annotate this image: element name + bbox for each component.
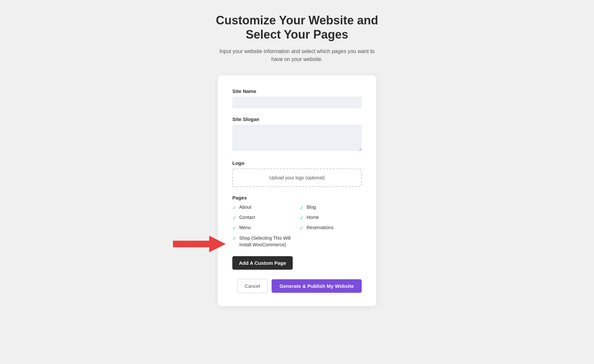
site-slogan-group: Site Slogan — [232, 116, 362, 152]
page-item-shop[interactable]: ✓ Shop (Selecting This Will Install WooC… — [232, 235, 294, 248]
cancel-button[interactable]: Cancel — [237, 279, 268, 293]
check-icon-about: ✓ — [232, 205, 237, 211]
check-icon-contact: ✓ — [232, 215, 237, 221]
page-title: Customize Your Website and Select Your P… — [216, 13, 378, 42]
site-slogan-input[interactable] — [232, 125, 362, 151]
page-item-reservations[interactable]: ✓ Reservations — [300, 225, 362, 231]
footer-actions: Cancel Generate & Publish My Website — [232, 279, 362, 293]
pages-section: Pages ✓ About ✓ Blog ✓ Contact — [232, 195, 362, 248]
page-label-reservations: Reservations — [307, 225, 334, 230]
site-name-label: Site Name — [232, 88, 362, 94]
form-card: Site Name Site Slogan Logo Upload your l… — [218, 75, 376, 306]
page-label-blog: Blog — [307, 204, 316, 210]
page-label-shop: Shop (Selecting This Will Install WooCom… — [239, 235, 294, 248]
page-item-home[interactable]: ✓ Home — [300, 215, 362, 221]
site-name-group: Site Name — [232, 88, 362, 108]
pages-label: Pages — [232, 195, 362, 200]
page-label-about: About — [239, 204, 251, 210]
publish-button[interactable]: Generate & Publish My Website — [272, 279, 362, 293]
check-icon-menu: ✓ — [232, 225, 237, 231]
page-label-contact: Contact — [239, 215, 255, 220]
logo-label: Logo — [232, 160, 362, 166]
check-icon-home: ✓ — [300, 215, 304, 221]
page-item-about[interactable]: ✓ About — [232, 204, 294, 211]
logo-group: Logo Upload your logo (optional) — [232, 160, 362, 187]
page-label-menu: Menu — [239, 225, 251, 230]
site-slogan-label: Site Slogan — [232, 116, 362, 122]
page-subtitle: Input your website information and selec… — [218, 47, 376, 63]
arrow-indicator — [173, 236, 226, 252]
page-wrapper: Customize Your Website and Select Your P… — [0, 13, 594, 306]
check-icon-blog: ✓ — [300, 205, 304, 211]
page-label-home: Home — [307, 215, 319, 220]
page-item-blog[interactable]: ✓ Blog — [300, 204, 362, 211]
page-item-menu[interactable]: ✓ Menu — [232, 225, 294, 231]
svg-marker-0 — [173, 236, 226, 252]
pages-grid: ✓ About ✓ Blog ✓ Contact ✓ Home — [232, 204, 362, 248]
add-custom-page-button[interactable]: Add A Custom Page — [232, 256, 293, 270]
page-item-contact[interactable]: ✓ Contact — [232, 215, 294, 221]
site-name-input[interactable] — [232, 97, 362, 108]
check-icon-shop: ✓ — [232, 235, 237, 241]
logo-upload-area[interactable]: Upload your logo (optional) — [232, 168, 362, 187]
check-icon-reservations: ✓ — [300, 225, 304, 231]
logo-upload-text: Upload your logo (optional) — [269, 175, 325, 180]
